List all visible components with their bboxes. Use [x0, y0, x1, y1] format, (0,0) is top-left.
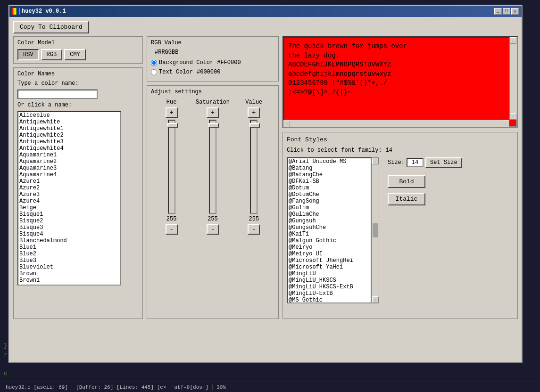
list-item[interactable]: Aliceblue: [18, 112, 120, 119]
hue-value: 255: [166, 216, 177, 222]
list-item[interactable]: Antiquewhite2: [18, 132, 120, 139]
close-button[interactable]: ✕: [511, 8, 519, 15]
font-list-item[interactable]: @Batang: [288, 165, 371, 172]
list-item[interactable]: Blue2: [18, 251, 120, 257]
list-item[interactable]: Antiquewhite4: [18, 145, 120, 152]
saturation-slider-track[interactable]: [209, 120, 216, 214]
size-input[interactable]: [407, 158, 424, 167]
italic-button[interactable]: Italic: [388, 193, 425, 205]
scroll-left-arrow[interactable]: ◀: [283, 121, 290, 127]
font-list-item[interactable]: @Microsoft YaHei: [288, 264, 371, 270]
font-list-item[interactable]: @Arial Unicode MS: [288, 158, 371, 165]
value-minus-button[interactable]: -: [248, 224, 260, 235]
value-slider-thumb[interactable]: [249, 123, 260, 128]
rgb-button[interactable]: RGB: [41, 49, 63, 60]
font-list-item[interactable]: @DFKai-SB: [288, 178, 371, 185]
list-item[interactable]: Aquamarine1: [18, 152, 120, 158]
font-scroll-thumb[interactable]: [373, 223, 378, 237]
list-item[interactable]: Brown1: [18, 277, 120, 284]
list-item[interactable]: Azure2: [18, 185, 120, 191]
list-item[interactable]: Azure3: [18, 191, 120, 198]
list-item[interactable]: Azure4: [18, 198, 120, 204]
list-item[interactable]: Aquamarine3: [18, 165, 120, 172]
minimize-button[interactable]: _: [494, 8, 502, 15]
list-item[interactable]: Blue1: [18, 244, 120, 251]
scroll-right-arrow[interactable]: ▶: [503, 121, 509, 127]
set-size-button[interactable]: Set Size: [425, 157, 462, 168]
font-list-item[interactable]: @Gulim: [288, 204, 371, 211]
rgb-value-section: RGB Value #RRGGBB Background Color #FF00…: [147, 36, 279, 82]
list-item[interactable]: Blue3: [18, 257, 120, 264]
font-list-item[interactable]: @Dotum: [288, 185, 371, 191]
preview-vscrollbar[interactable]: ▲ ▼: [509, 37, 517, 120]
font-list-item[interactable]: @MingLiU_HKSCS-ExtB: [288, 284, 371, 290]
list-item[interactable]: Aquamarine2: [18, 158, 120, 165]
font-list-item[interactable]: @MingLiU-ExtB: [288, 290, 371, 297]
code-line-3: [4, 359, 270, 369]
list-item[interactable]: Antiquewhite3: [18, 139, 120, 145]
preview-hscrollbar[interactable]: ◀ ▶: [283, 120, 509, 127]
list-item[interactable]: Bisque4: [18, 231, 120, 237]
list-item[interactable]: Blueviolet: [18, 264, 120, 270]
maximize-button[interactable]: □: [503, 8, 510, 15]
list-item[interactable]: Antiquewhite: [18, 119, 120, 125]
copy-clipboard-button[interactable]: Copy To Clipboard: [13, 21, 89, 33]
list-item[interactable]: Azure1: [18, 178, 120, 185]
font-scroll-down[interactable]: ▼: [372, 296, 379, 303]
font-list-item[interactable]: @GulimChe: [288, 211, 371, 218]
text-color-radio[interactable]: [151, 69, 157, 75]
background-color-radio-label[interactable]: Background Color: [151, 59, 213, 66]
hue-minus-button[interactable]: -: [166, 224, 178, 235]
hue-slider-track[interactable]: [168, 120, 175, 214]
font-list-item[interactable]: @Malgun Gothic: [288, 237, 371, 244]
font-list-container: @Arial Unicode MS @Batang @BatangChe @DF…: [287, 157, 514, 303]
list-item[interactable]: Antiquewhite1: [18, 125, 120, 132]
list-item[interactable]: Blanchedalmond: [18, 237, 120, 244]
font-list-item[interactable]: @DotumChe: [288, 191, 371, 198]
text-color-radio-label[interactable]: Text Color: [151, 69, 193, 75]
saturation-plus-button[interactable]: +: [207, 107, 219, 118]
click-name-label: Or click a name:: [17, 102, 139, 108]
font-list-item[interactable]: @Gungsuh: [288, 218, 371, 224]
hue-plus-button[interactable]: +: [166, 107, 178, 118]
list-item[interactable]: Brown: [18, 270, 120, 277]
cmy-button[interactable]: CMY: [64, 49, 86, 60]
list-item[interactable]: Bisque1: [18, 211, 120, 218]
list-item[interactable]: Bisque3: [18, 224, 120, 231]
list-item[interactable]: Aquamarine4: [18, 172, 120, 178]
font-list-with-scroll: @Arial Unicode MS @Batang @BatangChe @DF…: [287, 157, 379, 303]
font-scroll-up[interactable]: ▲: [372, 158, 379, 164]
font-controls: Size: Set Size Bold Italic: [388, 157, 462, 303]
font-list-item[interactable]: @MingLiU: [288, 270, 371, 277]
saturation-value: 255: [208, 216, 218, 222]
scroll-up-arrow[interactable]: ▲: [510, 37, 516, 44]
value-slider-track[interactable]: [250, 120, 258, 214]
font-list-item[interactable]: @Meiryo: [288, 244, 371, 251]
font-list-item[interactable]: @Meiryo UI: [288, 251, 371, 257]
size-row: Size: Set Size: [388, 157, 462, 168]
font-list-item[interactable]: @Microsoft JhengHei: [288, 257, 371, 264]
value-plus-button[interactable]: +: [248, 107, 260, 118]
saturation-column: Saturation + 255 -: [199, 99, 227, 235]
status-zoom: 30%: [213, 384, 230, 390]
saturation-minus-button[interactable]: -: [207, 224, 219, 235]
font-list-item[interactable]: @KaiTi: [288, 231, 371, 237]
font-list[interactable]: @Arial Unicode MS @Batang @BatangChe @DF…: [287, 157, 372, 303]
scroll-down-arrow[interactable]: ▼: [510, 113, 516, 120]
font-list-item[interactable]: @MS Gothic: [288, 297, 371, 303]
list-item[interactable]: Bisque2: [18, 218, 120, 224]
color-list[interactable]: Aliceblue Antiquewhite Antiquewhite1 Ant…: [17, 111, 121, 286]
font-styles-header: Font Styles: [287, 136, 514, 143]
list-item[interactable]: Beige: [18, 204, 120, 211]
font-list-item[interactable]: @BatangChe: [288, 172, 371, 178]
font-vscrollbar[interactable]: ▲ ▼: [372, 157, 379, 303]
background-color-radio[interactable]: [151, 60, 157, 66]
font-list-item[interactable]: @GungsuhChe: [288, 224, 371, 231]
font-list-item[interactable]: @MingLiU_HKSCS: [288, 277, 371, 284]
saturation-slider-thumb[interactable]: [208, 123, 219, 128]
hsv-button[interactable]: HSV: [17, 49, 39, 60]
font-list-item[interactable]: @FangSong: [288, 198, 371, 204]
color-name-input[interactable]: [17, 90, 98, 99]
bold-button[interactable]: Bold: [388, 175, 425, 188]
hue-slider-thumb[interactable]: [167, 123, 178, 128]
